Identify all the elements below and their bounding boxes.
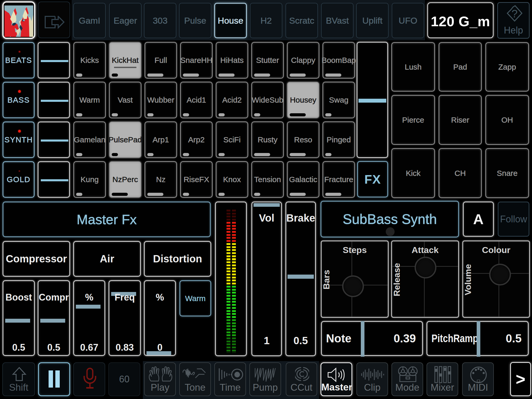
svg-text:?: ? — [511, 8, 517, 20]
